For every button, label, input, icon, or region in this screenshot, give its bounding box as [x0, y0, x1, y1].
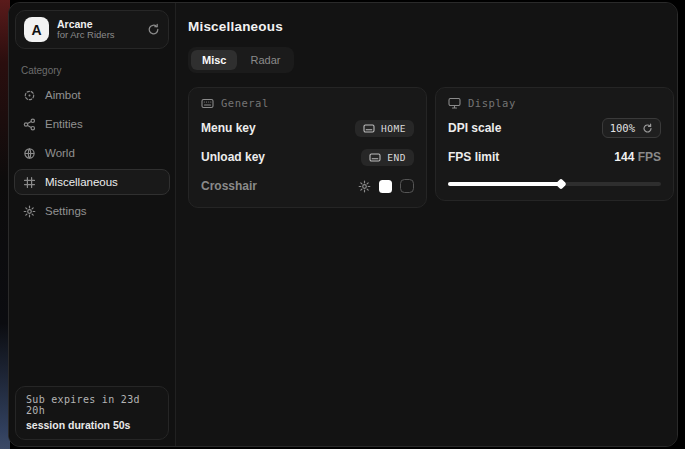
- crosshair-checkbox[interactable]: [400, 179, 414, 193]
- display-card-title: Display: [468, 97, 516, 109]
- fps-limit-row: FPS limit 144 FPS: [448, 147, 661, 167]
- key-icon: [369, 153, 381, 162]
- sync-icon[interactable]: [147, 23, 160, 36]
- tab-bar: Misc Radar: [188, 47, 294, 73]
- avatar: A: [24, 17, 49, 42]
- sidebar-item-label: Entities: [45, 118, 83, 130]
- gear-icon: [23, 205, 36, 218]
- crosshair-color-swatch[interactable]: [379, 180, 392, 193]
- sidebar-item-label: Settings: [45, 205, 87, 217]
- tab-radar[interactable]: Radar: [239, 50, 291, 70]
- display-card: Display DPI scale 100% FPS limit: [435, 87, 674, 201]
- sidebar-item-entities[interactable]: Entities: [14, 111, 170, 137]
- menu-key-button[interactable]: HOME: [355, 120, 414, 137]
- sidebar-nav: Aimbot Entities World: [9, 82, 175, 224]
- general-card-header: General: [201, 97, 414, 109]
- monitor-icon: [448, 97, 461, 109]
- cards-row: General Menu key HOME Unload key: [188, 87, 674, 208]
- sidebar-item-label: Aimbot: [45, 89, 81, 101]
- crosshair-icon: [23, 89, 36, 102]
- category-label: Category: [21, 65, 163, 76]
- profile-text: Arcane for Arc Riders: [57, 18, 139, 41]
- sub-expires-text: Sub expires in 23d 20h: [26, 394, 158, 416]
- sidebar-item-world[interactable]: World: [14, 140, 170, 166]
- dpi-scale-row: DPI scale 100%: [448, 118, 661, 138]
- unload-key-button[interactable]: END: [361, 149, 414, 166]
- sidebar-item-label: World: [45, 147, 75, 159]
- display-card-header: Display: [448, 97, 661, 109]
- refresh-icon[interactable]: [642, 123, 653, 134]
- general-card-title: General: [221, 97, 269, 109]
- slider-thumb[interactable]: [555, 178, 566, 189]
- fps-limit-slider[interactable]: [448, 179, 661, 189]
- sidebar: A Arcane for Arc Riders Category Aimbot: [9, 3, 176, 446]
- unload-key-label: Unload key: [201, 150, 265, 164]
- menu-key-label: Menu key: [201, 121, 256, 135]
- fps-unit: FPS: [638, 150, 661, 164]
- page-title: Miscellaneous: [188, 19, 674, 34]
- overlay-window: A Arcane for Arc Riders Category Aimbot: [8, 2, 678, 447]
- sidebar-item-settings[interactable]: Settings: [14, 198, 170, 224]
- profile-card: A Arcane for Arc Riders: [15, 10, 169, 49]
- unload-key-row: Unload key END: [201, 147, 414, 167]
- menu-key-row: Menu key HOME: [201, 118, 414, 138]
- share-nodes-icon: [23, 118, 36, 131]
- app-subtitle: for Arc Riders: [57, 30, 139, 41]
- crosshair-row: Crosshair: [201, 176, 414, 196]
- session-duration-text: session duration 50s: [26, 419, 158, 431]
- crosshair-controls: [358, 179, 414, 193]
- key-icon: [363, 124, 375, 133]
- subscription-card: Sub expires in 23d 20h session duration …: [15, 386, 169, 440]
- avatar-letter: A: [31, 22, 41, 38]
- dpi-scale-control[interactable]: 100%: [602, 118, 661, 138]
- dpi-scale-label: DPI scale: [448, 121, 501, 135]
- dpi-scale-value: 100%: [610, 122, 635, 134]
- keyboard-icon: [201, 98, 214, 109]
- sidebar-item-aimbot[interactable]: Aimbot: [14, 82, 170, 108]
- menu-key-value: HOME: [381, 123, 406, 134]
- slider-fill: [448, 182, 561, 186]
- main-content: Miscellaneous Misc Radar General Menu ke…: [176, 3, 678, 446]
- fps-limit-value: 144 FPS: [614, 150, 661, 164]
- unload-key-value: END: [387, 152, 406, 163]
- fps-limit-label: FPS limit: [448, 150, 499, 164]
- globe-icon: [23, 147, 36, 160]
- sidebar-item-label: Miscellaneous: [45, 176, 118, 188]
- fps-number: 144: [614, 150, 634, 164]
- grid-icon: [23, 176, 36, 189]
- sidebar-item-miscellaneous[interactable]: Miscellaneous: [14, 169, 170, 195]
- crosshair-settings-gear-icon[interactable]: [358, 180, 371, 193]
- general-card: General Menu key HOME Unload key: [188, 87, 427, 208]
- tab-misc[interactable]: Misc: [191, 50, 237, 70]
- crosshair-label: Crosshair: [201, 179, 257, 193]
